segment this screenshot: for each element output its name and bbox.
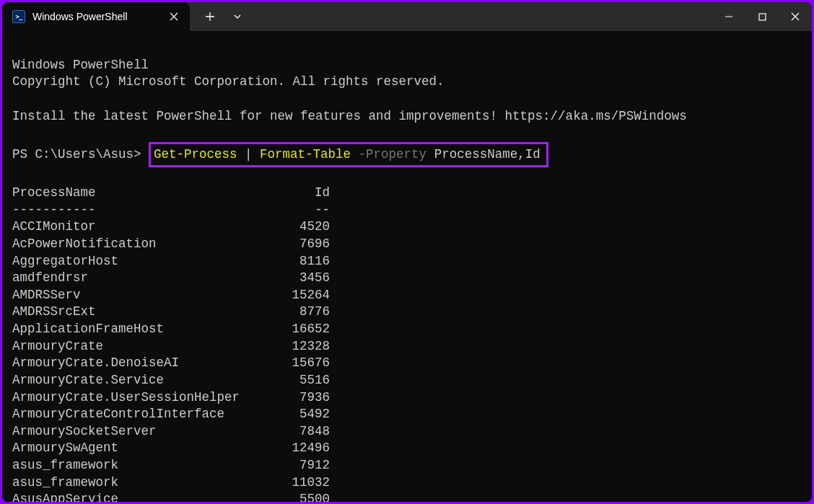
- process-name: AsusAppService: [12, 491, 265, 502]
- process-id: 5500: [265, 491, 330, 502]
- process-name: ACCIMonitor: [12, 218, 265, 236]
- titlebar: Windows PowerShell: [2, 2, 812, 31]
- close-window-button[interactable]: [779, 2, 812, 31]
- banner-line: Copyright (C) Microsoft Corporation. All…: [12, 74, 445, 89]
- new-tab-button[interactable]: [198, 5, 222, 28]
- close-tab-button[interactable]: [167, 9, 181, 24]
- process-id: 5516: [265, 372, 330, 389]
- table-row: ArmouryCrate12328: [12, 338, 802, 355]
- process-name: ArmouryCrateControlInterface: [12, 406, 265, 423]
- process-name: ArmourySwAgent: [12, 440, 265, 457]
- banner-line: Install the latest PowerShell for new fe…: [12, 109, 687, 123]
- process-id: 15676: [265, 355, 330, 372]
- table-row: ApplicationFrameHost16652: [12, 321, 802, 338]
- tab-dropdown-button[interactable]: [226, 5, 249, 28]
- process-name: ArmouryCrate: [12, 338, 265, 355]
- table-row: AggregatorHost8116: [12, 253, 802, 270]
- table-row: ArmourySocketServer7848: [12, 423, 802, 441]
- process-id: 7936: [265, 389, 330, 407]
- prompt-prefix: PS C:\Users\Asus>: [12, 147, 149, 162]
- process-name: AMDRSSrcExt: [12, 304, 265, 321]
- process-id: 12328: [265, 338, 330, 355]
- terminal-output[interactable]: Windows PowerShell Copyright (C) Microso…: [2, 31, 812, 502]
- process-id: 3456: [265, 270, 330, 287]
- table-separator: -------------: [12, 202, 802, 219]
- process-id: 7696: [265, 236, 330, 253]
- command-highlight: Get-Process | Format-Table -Property Pro…: [149, 142, 548, 168]
- table-row: ArmouryCrateControlInterface5492: [12, 406, 802, 423]
- table-row: ACCIMonitor4520: [12, 218, 802, 236]
- powershell-icon: [12, 10, 25, 23]
- arguments: ProcessName,Id: [434, 147, 541, 162]
- active-tab[interactable]: Windows PowerShell: [2, 2, 190, 31]
- table-row: AMDRSSrcExt8776: [12, 304, 802, 321]
- process-name: AMDRSServ: [12, 287, 265, 304]
- table-row: asus_framework7912: [12, 457, 802, 474]
- pipe: |: [237, 147, 261, 162]
- table-row: ArmourySwAgent12496: [12, 440, 802, 457]
- separator: --: [265, 202, 330, 219]
- process-id: 7848: [265, 423, 330, 441]
- table-row: AMDRSServ15264: [12, 287, 802, 304]
- separator: -----------: [12, 202, 265, 219]
- svg-rect-0: [759, 14, 766, 20]
- table-row: ArmouryCrate.Service5516: [12, 372, 802, 389]
- table-row: amdfendrsr3456: [12, 270, 802, 287]
- process-name: AggregatorHost: [12, 253, 265, 270]
- process-id: 11032: [265, 474, 330, 492]
- table-row: AsusAppService5500: [12, 491, 802, 502]
- process-name: ArmourySocketServer: [12, 423, 265, 441]
- process-name: ArmouryCrate.DenoiseAI: [12, 355, 265, 372]
- process-name: AcPowerNotification: [12, 236, 265, 253]
- table-header: ProcessNameId: [12, 185, 802, 202]
- process-name: ArmouryCrate.UserSessionHelper: [12, 389, 265, 407]
- process-id: 15264: [265, 287, 330, 304]
- banner-line: Windows PowerShell: [12, 58, 149, 72]
- cmdlet: Get-Process: [154, 147, 237, 162]
- table-row: ArmouryCrate.UserSessionHelper7936: [12, 389, 802, 407]
- maximize-button[interactable]: [745, 2, 779, 31]
- process-id: 7912: [265, 457, 330, 474]
- process-name: asus_framework: [12, 474, 265, 492]
- column-header-name: ProcessName: [12, 185, 265, 202]
- process-id: 12496: [265, 440, 330, 457]
- process-id: 8116: [265, 253, 330, 270]
- table-row: AcPowerNotification7696: [12, 236, 802, 253]
- process-name: ArmouryCrate.Service: [12, 372, 265, 389]
- process-id: 5492: [265, 406, 330, 423]
- tab-actions: [190, 5, 249, 28]
- column-header-id: Id: [265, 185, 330, 202]
- process-name: asus_framework: [12, 457, 265, 474]
- parameter: -Property: [351, 147, 434, 162]
- process-id: 8776: [265, 304, 330, 321]
- window-controls: [712, 2, 812, 31]
- tab-title: Windows PowerShell: [32, 11, 159, 22]
- process-name: ApplicationFrameHost: [12, 321, 265, 338]
- terminal-window: Windows PowerShell Windows Pow: [2, 2, 812, 502]
- process-id: 16652: [265, 321, 330, 338]
- process-name: amdfendrsr: [12, 270, 265, 287]
- cmdlet: Format-Table: [260, 147, 351, 162]
- minimize-button[interactable]: [712, 2, 745, 31]
- table-row: ArmouryCrate.DenoiseAI15676: [12, 355, 802, 372]
- process-id: 4520: [265, 218, 330, 236]
- table-row: asus_framework11032: [12, 474, 802, 492]
